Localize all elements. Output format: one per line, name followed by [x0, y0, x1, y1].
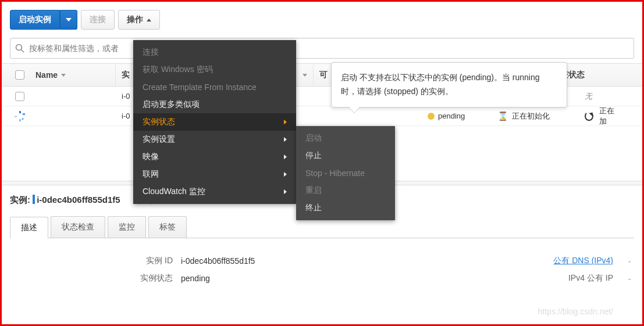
col-name-label: Name	[35, 70, 58, 80]
col-id-label: 实	[122, 70, 130, 80]
alarm-text: 正在加	[599, 106, 620, 127]
submenu-hibernate: Stop - Hibernate	[296, 164, 395, 182]
watermark: https://blog.csdn.net/	[538, 307, 613, 316]
header-checkbox-cell	[10, 64, 30, 86]
prop-state-label: 实例状态	[10, 273, 181, 284]
submenu-arrow-icon	[284, 120, 287, 124]
refresh-icon	[585, 112, 593, 121]
svg-rect-4	[19, 119, 21, 121]
sort-icon	[61, 74, 66, 77]
menu-settings-label: 实例设置	[143, 134, 175, 145]
launch-instance-button[interactable]: 启动实例	[10, 10, 60, 30]
menu-get-windows-password: 获取 Windows 密码	[133, 61, 296, 78]
status-text: 正在初始化	[512, 111, 550, 121]
detail-instance-id: i-0dec4b06ff855d1f5	[37, 195, 120, 205]
hourglass-icon: ⌛	[497, 111, 508, 121]
submenu-terminate[interactable]: 终止	[296, 199, 395, 217]
menu-connect: 连接	[133, 44, 296, 61]
submenu-arrow-icon	[284, 189, 287, 194]
toolbar: 启动实例 连接 操作	[2, 10, 642, 38]
state-text: pending	[438, 112, 465, 120]
tab-description[interactable]: 描述	[10, 217, 48, 238]
col-avail-label: 可	[319, 70, 328, 80]
cell-alarm: 正在加	[579, 106, 625, 127]
submenu-arrow-icon	[284, 137, 287, 142]
prop-public-ip-label: IPv4 公有 IP	[568, 273, 628, 284]
svg-point-0	[16, 45, 22, 51]
launch-instance-caret-button[interactable]	[60, 10, 77, 30]
svg-line-1	[22, 50, 24, 53]
col-name[interactable]: Name	[30, 64, 116, 86]
search-icon	[15, 44, 24, 53]
svg-rect-3	[23, 113, 25, 115]
detail-instance-label: 实例:	[10, 195, 30, 205]
actions-button[interactable]: 操作	[118, 10, 160, 30]
loading-spinner-icon	[15, 111, 25, 121]
cell-status: ⌛正在初始化	[492, 111, 579, 121]
tab-tags[interactable]: 标签	[148, 216, 187, 238]
caret-down-icon	[66, 18, 72, 22]
accent-bar-icon	[33, 195, 35, 204]
menu-state-label: 实例状态	[143, 117, 175, 127]
svg-rect-5	[15, 116, 17, 117]
svg-rect-2	[19, 111, 21, 113]
menu-network-label: 联网	[143, 169, 159, 180]
tab-monitoring[interactable]: 监控	[108, 216, 146, 238]
menu-networking[interactable]: 联网	[133, 166, 296, 183]
instance-state-submenu: 启动 停止 Stop - Hibernate 重启 终止	[296, 126, 395, 220]
select-all-checkbox[interactable]	[15, 70, 24, 80]
tooltip: 启动 不支持在以下状态中的实例 (pending)。当 running 时，请选…	[331, 62, 567, 108]
menu-image[interactable]: 映像	[133, 148, 296, 166]
search-input[interactable]	[29, 44, 629, 53]
svg-rect-6	[22, 117, 24, 120]
menu-instance-settings[interactable]: 实例设置	[133, 131, 296, 148]
submenu-reboot: 重启	[296, 182, 395, 199]
prop-state-value: pending	[181, 274, 210, 283]
prop-public-dns-link[interactable]: 公有 DNS (IPv4)	[553, 256, 628, 266]
menu-create-template: Create Template From Instance	[133, 78, 296, 96]
table-row[interactable]: i-0 pending ⌛正在初始化 正在加	[2, 106, 642, 126]
search-bar[interactable]	[10, 38, 634, 59]
submenu-arrow-icon	[284, 155, 287, 159]
state-dot-icon	[428, 113, 435, 120]
cell-alarm: 无	[579, 91, 625, 102]
tab-status-checks[interactable]: 状态检查	[51, 216, 105, 238]
actions-label: 操作	[127, 15, 143, 25]
caret-up-icon	[147, 19, 151, 22]
submenu-stop[interactable]: 停止	[296, 147, 395, 164]
menu-image-label: 映像	[143, 152, 159, 162]
connect-button: 连接	[81, 10, 115, 30]
sort-icon	[303, 74, 307, 77]
properties: 实例 ID i-0dec4b06ff855d1f5 公有 DNS (IPv4) …	[10, 252, 634, 287]
prop-id-value: i-0dec4b06ff855d1f5	[181, 256, 255, 266]
menu-launch-more[interactable]: 启动更多类似项	[133, 96, 296, 113]
actions-dropdown: 连接 获取 Windows 密码 Create Template From In…	[133, 40, 296, 204]
prop-id-label: 实例 ID	[10, 256, 181, 266]
menu-cloudwatch-label: CloudWatch 监控	[143, 187, 205, 197]
menu-instance-state[interactable]: 实例状态	[133, 113, 296, 131]
submenu-start: 启动	[296, 130, 395, 147]
menu-cloudwatch[interactable]: CloudWatch 监控	[133, 183, 296, 200]
submenu-arrow-icon	[284, 172, 287, 177]
row-checkbox[interactable]	[15, 92, 24, 101]
cell-state: pending	[422, 112, 492, 120]
